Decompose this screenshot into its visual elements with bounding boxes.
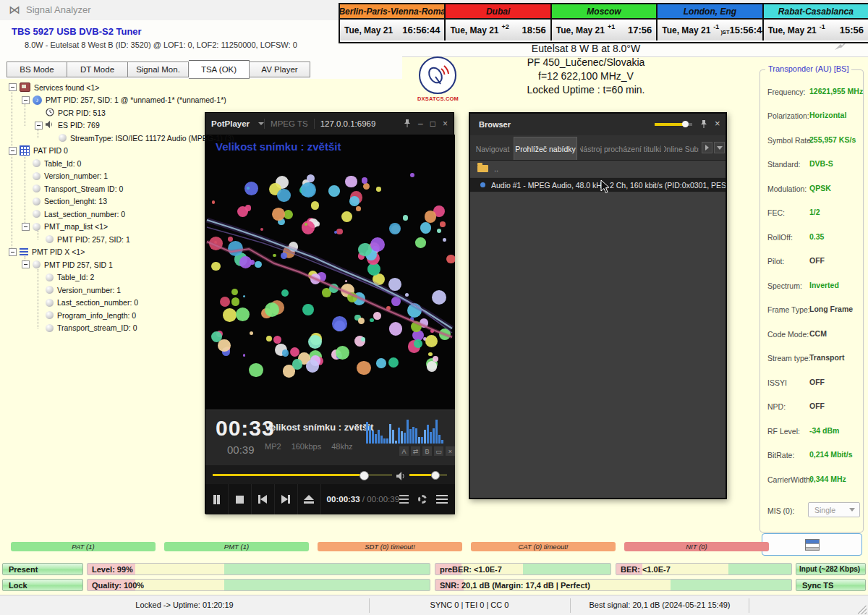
transponder-value: 0,214 Mbit/s xyxy=(809,450,853,459)
tree-item[interactable]: Last_section_number: 0 xyxy=(6,208,205,221)
window-title: Signal Analyzer xyxy=(26,4,91,15)
transponder-value: -34 dBm xyxy=(809,426,839,435)
close-icon[interactable]: × xyxy=(443,119,448,128)
browser-window: Browser × Navigovat Prohlížeč nabídky Ná… xyxy=(469,112,727,499)
collapse-toggle[interactable] xyxy=(9,147,17,155)
preber-bar: preBER: <1.0E-7 xyxy=(435,563,611,575)
tab-navigate[interactable]: Navigovat xyxy=(473,138,512,160)
tab-bs-mode[interactable]: BS Mode xyxy=(7,62,67,77)
shuffle-icon[interactable]: × xyxy=(446,446,455,456)
clock-time: Tue, May 21 -1 )ST 15:56:44 xyxy=(658,20,763,41)
tab-menu-browser[interactable]: Prohlížeč nabídky xyxy=(514,137,577,160)
transponder-value: OFF xyxy=(809,378,825,386)
transponder-value: Long Frame xyxy=(809,305,853,313)
ab-repeat-controls: A ⇄ B ▭ × xyxy=(399,446,455,456)
tree-item[interactable]: Version_number: 1 xyxy=(6,284,205,297)
collapse-toggle[interactable] xyxy=(9,83,17,91)
tree-item[interactable]: ♪PMT PID: 257, SID: 1 @ *unnamed-1* (*un… xyxy=(6,94,205,107)
seek-handle[interactable] xyxy=(359,471,369,480)
tree-item[interactable]: Services found <1> xyxy=(6,81,205,94)
media-icon: ♪ xyxy=(33,96,42,105)
video-area[interactable]: Velikost snímku : zvětšit xyxy=(205,135,455,410)
collapse-toggle[interactable] xyxy=(35,122,43,130)
clock-time: Tue, May 21 +1 17:56 xyxy=(552,20,658,41)
previous-button[interactable] xyxy=(252,484,275,514)
tree-item[interactable]: PMT_map_list <1> xyxy=(6,221,205,234)
status-bar: Locked -> Uptime: 01:20:19 SYNC 0 | TEI … xyxy=(0,595,868,615)
stop-button[interactable] xyxy=(229,484,252,514)
tab-dt-mode[interactable]: DT Mode xyxy=(67,62,128,77)
tab-tsa[interactable]: TSA (OK) xyxy=(189,60,250,79)
tab-signal-mon[interactable]: Signal Mon. xyxy=(128,62,189,77)
bitrate-label: 160kbps xyxy=(292,442,322,451)
tree-item[interactable]: PCR PID: 513 xyxy=(6,106,205,119)
player-info-panel: 00:33 00:39 Velikost snímku : zvětšit MP… xyxy=(205,410,455,466)
minimize-icon[interactable]: – xyxy=(418,119,423,128)
slider-handle[interactable] xyxy=(682,121,689,127)
menu-icon[interactable] xyxy=(436,495,448,504)
folder-icon xyxy=(477,165,488,172)
audio-track-item[interactable]: Audio #1 - MPEG Audio, 48.0 kHz, 2 Ch, 1… xyxy=(470,177,726,192)
tab-subtitle-browser[interactable]: Nástroj procházení titulků xyxy=(580,138,661,160)
tree-item[interactable]: Section_lenght: 13 xyxy=(6,195,205,208)
eject-button[interactable] xyxy=(298,484,321,514)
potplayer-menu[interactable]: PotPlayer xyxy=(205,119,255,128)
repeat-icon[interactable]: ⇄ xyxy=(411,446,420,456)
next-button[interactable] xyxy=(275,484,298,514)
browser-titlebar[interactable]: Browser × xyxy=(470,114,726,135)
dish-icon xyxy=(419,56,456,94)
collapse-toggle[interactable] xyxy=(22,260,30,268)
tab-online-subs[interactable]: Online Subs xyxy=(664,138,699,160)
ab-b-button[interactable]: B xyxy=(422,446,432,456)
annotation-block: Eutelsat 8 W B at 8.0°W PF 450_Lučenec/S… xyxy=(405,42,767,97)
subtitle-icon[interactable]: ▭ xyxy=(434,446,443,456)
parent-folder-row[interactable]: .. xyxy=(470,160,726,177)
pin-icon[interactable] xyxy=(700,120,707,129)
ts-analyzer-button[interactable] xyxy=(762,533,862,556)
tree-item[interactable]: Version_number: 1 xyxy=(6,170,205,183)
tree-item[interactable]: Last_section_number: 0 xyxy=(6,297,205,310)
ab-a-button[interactable]: A xyxy=(399,446,409,456)
maximize-icon[interactable]: □ xyxy=(430,119,435,128)
playlist-icon[interactable] xyxy=(399,495,409,504)
node-icon xyxy=(46,299,54,307)
pmt-status-bar: PMT (1) xyxy=(164,542,309,551)
transponder-value: 255,957 KS/s xyxy=(809,135,856,144)
collapse-toggle[interactable] xyxy=(9,248,17,256)
lock-indicator: Lock xyxy=(2,579,83,591)
tree-item[interactable]: Table_Id: 2 xyxy=(6,271,205,284)
video-lightning xyxy=(205,135,455,410)
world-clocks-table: Berlin-Paris-Vienna-Roma Dubai Moscow Lo… xyxy=(339,3,868,43)
tree-item[interactable]: Transport_Stream ID: 0 xyxy=(6,182,205,195)
tree-item[interactable]: Table_Id: 0 xyxy=(6,157,205,170)
pat-status-bar: PAT (1) xyxy=(11,542,156,551)
tree-item[interactable]: Transport_stream_ID: 0 xyxy=(6,322,205,335)
tree-item[interactable]: ES PID: 769 xyxy=(6,119,205,132)
collapse-toggle[interactable] xyxy=(22,223,30,231)
tree-item[interactable]: PMT PID X <1> xyxy=(6,246,205,259)
tree-item[interactable]: PMT PID 257, SID 1 xyxy=(6,258,205,271)
psi-tree: Services found <1> ♪PMT PID: 257, SID: 1… xyxy=(6,81,205,336)
pause-button[interactable] xyxy=(205,484,229,514)
codec-label: MP2 xyxy=(265,442,281,451)
resize-grip[interactable] xyxy=(858,606,867,614)
tree-item[interactable]: StreamType: ISO/IEC 11172 Audio (MPEG-1)… xyxy=(6,132,205,145)
tree-item[interactable]: Program_info_length: 0 xyxy=(6,309,205,322)
transponder-value: OFF xyxy=(809,256,825,265)
gear-icon[interactable] xyxy=(418,495,427,504)
tab-dropdown-button[interactable] xyxy=(714,142,725,153)
volume-icon[interactable] xyxy=(396,470,407,483)
close-icon[interactable]: × xyxy=(715,118,720,129)
collapse-toggle[interactable] xyxy=(22,96,30,104)
tab-scroll-right-button[interactable] xyxy=(702,142,712,153)
volume-handle[interactable] xyxy=(431,471,440,480)
node-icon xyxy=(33,210,41,218)
transponder-panel: Frequency:12621,955 MHz Polarization:Hor… xyxy=(760,69,864,533)
tree-item[interactable]: PAT PID 0 xyxy=(6,145,205,158)
tree-item[interactable]: PMT PID: 257, SID: 1 xyxy=(6,233,205,246)
mis-select[interactable]: Single xyxy=(808,502,860,517)
pin-icon[interactable] xyxy=(404,119,411,128)
tab-av-player[interactable]: AV Player xyxy=(250,62,310,77)
potplayer-titlebar[interactable]: PotPlayer MPEG TS 127.0.0.1:6969 – □ × xyxy=(205,113,454,135)
node-icon xyxy=(33,198,41,205)
